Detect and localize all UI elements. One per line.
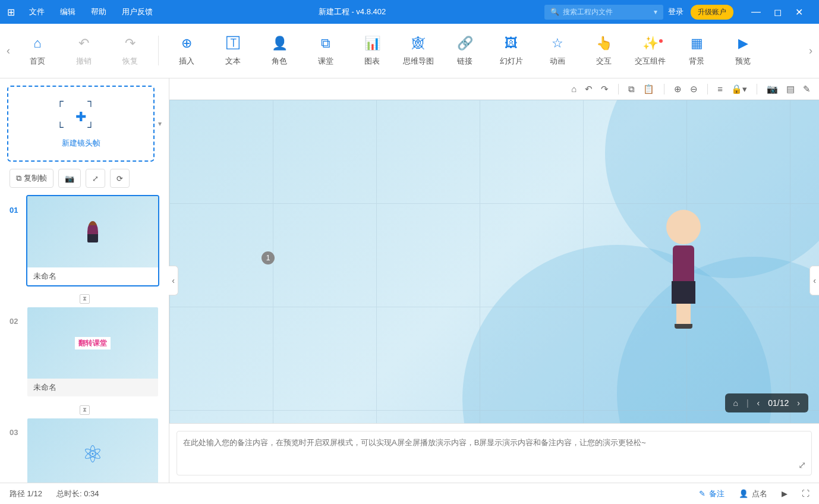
menu-file[interactable]: 文件 [22, 3, 52, 21]
notes-panel: ⤢ [169, 423, 819, 483]
anim-icon: ☆ [552, 36, 563, 51]
toolbar-text-icon[interactable]: 🅃文本 [210, 36, 256, 67]
login-link[interactable]: 登录 [668, 7, 683, 17]
canvas[interactable]: 1 [169, 100, 819, 423]
menu-edit[interactable]: 编辑 [53, 3, 83, 21]
toolbar-link-icon[interactable]: 🔗链接 [442, 36, 488, 67]
copy-frame-button[interactable]: ⧉复制帧 [10, 169, 53, 188]
frames-list: 01 未命名⧗02 翻转课堂 未命名⧗03 ⚛ [0, 195, 169, 483]
overlay-home-icon[interactable]: ⌂ [733, 398, 738, 408]
zoom-in-icon[interactable]: ⊕ [674, 84, 682, 94]
toolbar-slide-icon[interactable]: 🖼幻灯片 [488, 36, 534, 67]
toolbar-scroll-right[interactable]: › [805, 24, 817, 78]
insert-icon: ⊕ [181, 36, 192, 51]
chart-icon: 📊 [364, 36, 380, 51]
frame-thumbnail[interactable]: ⚛ [27, 418, 158, 483]
canvas-marker[interactable]: 1 [262, 251, 275, 264]
toolbar-bg-icon[interactable]: ▦背景 [673, 36, 720, 67]
status-fullscreen-button[interactable]: ⛶ [802, 489, 809, 498]
interact-icon: 👆 [596, 36, 612, 51]
zoom-out-icon[interactable]: ⊖ [690, 84, 698, 94]
maximize-button[interactable]: ◻ [769, 7, 786, 18]
menu-feedback[interactable]: 用户反馈 [115, 3, 160, 21]
frame-caption: 未命名 [27, 267, 158, 285]
toolbar-label: 恢复 [122, 56, 138, 67]
toolbar-chart-icon[interactable]: 📊图表 [349, 36, 395, 67]
toolbar-label: 撤销 [76, 56, 92, 67]
redo-icon: ↷ [125, 36, 136, 51]
canvas-undo-icon[interactable]: ↶ [585, 84, 593, 94]
snapshot-icon[interactable]: 📷 [767, 84, 778, 94]
right-panel-toggle[interactable]: ‹ [809, 266, 819, 295]
canvas-home-icon[interactable]: ⌂ [571, 84, 577, 94]
layers-icon[interactable]: ▤ [786, 84, 795, 94]
toolbar-insert-icon[interactable]: ⊕插入 [163, 36, 210, 67]
frame-thumbnail[interactable] [27, 196, 158, 267]
menu-help[interactable]: 帮助 [84, 3, 114, 21]
status-notes-button[interactable]: ✎备注 [699, 489, 724, 499]
status-roll-button[interactable]: 👤点名 [739, 489, 767, 499]
align-icon[interactable]: ≡ [717, 84, 723, 94]
canvas-toolbar: ⌂ ↶ ↷ ⧉ 📋 ⊕ ⊖ ≡ 🔒▾ 📷 ▤ ✎ [169, 78, 819, 100]
canvas-redo-icon[interactable]: ↷ [601, 84, 609, 94]
toolbar-undo-icon[interactable]: ↶撤销 [61, 36, 107, 67]
toolbar-home-icon[interactable]: ⌂首页 [14, 36, 61, 67]
expand-tool[interactable]: ⤢ [86, 169, 105, 188]
toolbar-role-icon[interactable]: 👤角色 [256, 36, 303, 67]
toolbar-label: 预览 [735, 56, 751, 67]
expand-icon: ⤢ [92, 174, 99, 183]
camera-tool[interactable]: 📷 [58, 169, 81, 188]
loop-tool[interactable]: ⟳ [110, 169, 130, 188]
paste-icon[interactable]: 📋 [643, 84, 654, 94]
window-title: 新建工程 - v4.8.402 [160, 7, 544, 17]
toolbar-preview-icon[interactable]: ▶预览 [720, 36, 766, 67]
frame-item[interactable]: 01 未命名 [0, 195, 169, 291]
toolbar-anim-icon[interactable]: ☆动画 [534, 36, 581, 67]
toolbar-widget-icon[interactable]: ✨交互组件 [627, 36, 673, 67]
search-box[interactable]: 🔍 搜索工程内文件 ▾ [544, 5, 663, 20]
hourglass-icon[interactable]: ⧗ [80, 294, 90, 304]
lock-icon[interactable]: 🔒▾ [731, 84, 747, 94]
toolbar-label: 动画 [550, 56, 565, 67]
frame-item[interactable]: 03 ⚛ [0, 417, 169, 483]
frame-number: 01 [10, 195, 21, 215]
toolbar-interact-icon[interactable]: 👆交互 [581, 36, 627, 67]
search-dropdown-icon[interactable]: ▾ [654, 8, 657, 16]
home-icon: ⌂ [33, 36, 41, 51]
overlay-next-icon[interactable]: › [797, 398, 800, 408]
canvas-character[interactable] [663, 210, 704, 323]
minimize-button[interactable]: — [748, 7, 764, 18]
text-icon: 🅃 [226, 36, 240, 51]
copy-icon: ⧉ [16, 174, 21, 183]
toolbar-class-icon[interactable]: ⧉课堂 [303, 36, 349, 67]
toolbar-scroll-left[interactable]: ‹ [2, 24, 14, 78]
new-frame-dropdown[interactable]: ▾ [158, 119, 162, 128]
toolbar-label: 文本 [225, 56, 241, 67]
frame-number: 03 [10, 417, 21, 437]
canvas-viewport[interactable]: 1 ⌂ | ‹ 01/12 › [169, 100, 819, 423]
frames-panel: ┌ ┐ ✚ └ ┘ 新建镜头帧 ▾ ⧉复制帧 📷 ⤢ ⟳ 01 未命名⧗02 翻… [0, 78, 169, 483]
toolbar-label: 角色 [272, 56, 287, 67]
notes-textarea[interactable] [177, 431, 812, 475]
overlay-prev-icon[interactable]: ‹ [757, 398, 760, 408]
menu-bar: 文件 编辑 帮助 用户反馈 [22, 3, 160, 21]
upgrade-button[interactable]: 升级账户 [691, 5, 733, 20]
left-panel-toggle[interactable]: ‹ [169, 266, 178, 295]
close-button[interactable]: ✕ [790, 7, 807, 18]
slide-icon: 🖼 [505, 36, 518, 51]
frame-thumbnail[interactable]: 翻转课堂 [27, 307, 158, 379]
person-icon: 👤 [739, 489, 748, 498]
hourglass-icon[interactable]: ⧗ [80, 405, 90, 415]
preview-icon: ▶ [738, 36, 748, 51]
notes-expand-icon[interactable]: ⤢ [798, 459, 806, 471]
toolbar-redo-icon[interactable]: ↷恢复 [107, 36, 153, 67]
status-play-button[interactable]: ▶ [782, 489, 788, 498]
bg-icon: ▦ [691, 36, 703, 51]
new-frame-button[interactable]: ┌ ┐ ✚ └ ┘ 新建镜头帧 [7, 86, 155, 162]
copy-icon[interactable]: ⧉ [628, 84, 635, 94]
frame-item[interactable]: 02 翻转课堂 未命名 [0, 306, 169, 402]
toolbar-label: 思维导图 [403, 56, 434, 67]
toolbar-mindmap-icon[interactable]: 🕸思维导图 [395, 36, 442, 67]
edit-icon[interactable]: ✎ [803, 84, 811, 94]
fullscreen-icon: ⛶ [802, 489, 809, 498]
